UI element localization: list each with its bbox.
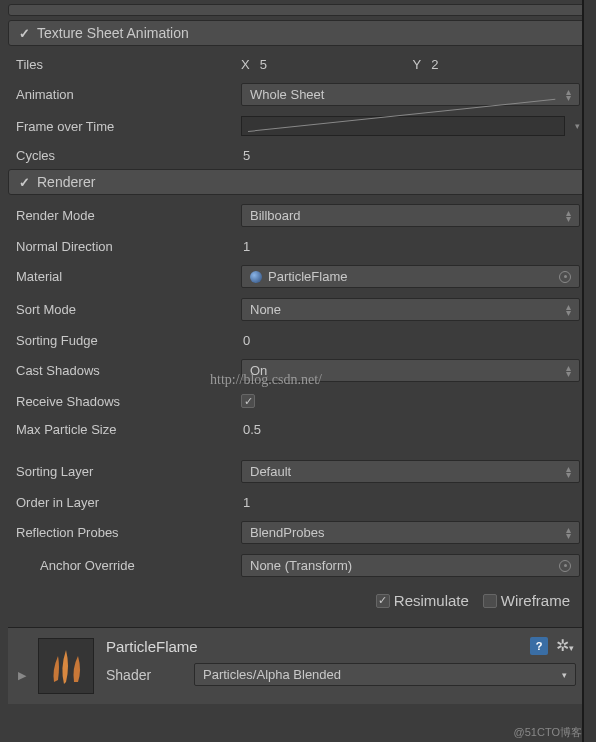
animation-dropdown[interactable]: Whole Sheet ▴▾: [241, 83, 580, 106]
max-particle-size-row: Max Particle Size 0.5: [8, 415, 588, 443]
updown-icon: ▴▾: [566, 466, 571, 478]
y-label: Y: [413, 57, 422, 72]
max-particle-input[interactable]: 0.5: [241, 422, 261, 437]
sorting-layer-row: Sorting Layer Default ▴▾: [8, 455, 588, 488]
object-picker-icon[interactable]: [559, 560, 571, 572]
anchor-override-field[interactable]: None (Transform): [241, 554, 580, 577]
wireframe-label: Wireframe: [501, 592, 570, 609]
dropdown-caret-icon[interactable]: ▾: [575, 121, 580, 131]
sorting-layer-label: Sorting Layer: [16, 464, 241, 479]
cast-shadows-label: Cast Shadows: [16, 363, 241, 378]
material-field[interactable]: ParticleFlame: [241, 265, 580, 288]
shader-label: Shader: [106, 667, 186, 683]
expand-triangle-icon[interactable]: ▶: [18, 669, 26, 682]
texture-sheet-animation-header[interactable]: ✓ Texture Sheet Animation: [8, 20, 588, 46]
updown-icon: ▴▾: [566, 365, 571, 377]
receive-shadows-checkbox[interactable]: ✓: [241, 394, 255, 408]
scrollbar-gutter[interactable]: [582, 0, 596, 742]
cast-shadows-row: Cast Shadows On ▴▾: [8, 354, 588, 387]
renderer-checkbox[interactable]: ✓: [17, 175, 31, 189]
tiles-row: Tiles X 5 Y 2: [8, 50, 588, 78]
frame-label: Frame over Time: [16, 119, 241, 134]
material-preview-icon: [38, 638, 94, 694]
normal-direction-input[interactable]: 1: [241, 239, 250, 254]
reflection-probes-dropdown[interactable]: BlendProbes ▴▾: [241, 521, 580, 544]
max-particle-label: Max Particle Size: [16, 422, 241, 437]
render-mode-label: Render Mode: [16, 208, 241, 223]
normal-direction-label: Normal Direction: [16, 239, 241, 254]
reflection-probes-row: Reflection Probes BlendProbes ▴▾: [8, 516, 588, 549]
normal-direction-row: Normal Direction 1: [8, 232, 588, 260]
updown-icon: ▴▾: [566, 304, 571, 316]
reflection-probes-label: Reflection Probes: [16, 525, 241, 540]
sorting-fudge-row: Sorting Fudge 0: [8, 326, 588, 354]
resimulate-checkbox[interactable]: ✓: [376, 594, 390, 608]
frame-over-time-row: Frame over Time ▾: [8, 111, 588, 141]
render-mode-row: Render Mode Billboard ▴▾: [8, 199, 588, 232]
texture-sheet-checkbox[interactable]: ✓: [17, 26, 31, 40]
updown-icon: ▴▾: [566, 210, 571, 222]
cycles-input[interactable]: 5: [241, 148, 250, 163]
corner-watermark: @51CTO博客: [514, 725, 582, 740]
sorting-fudge-input[interactable]: 0: [241, 333, 250, 348]
receive-shadows-row: Receive Shadows ✓: [8, 387, 588, 415]
collapsed-section-header[interactable]: [8, 4, 588, 16]
shader-dropdown[interactable]: Particles/Alpha Blended ▾: [194, 663, 576, 686]
animation-label: Animation: [16, 87, 241, 102]
material-label: Material: [16, 269, 241, 284]
sorting-layer-dropdown[interactable]: Default ▴▾: [241, 460, 580, 483]
wireframe-checkbox[interactable]: [483, 594, 497, 608]
order-in-layer-row: Order in Layer 1: [8, 488, 588, 516]
receive-shadows-label: Receive Shadows: [16, 394, 241, 409]
resimulate-label: Resimulate: [394, 592, 469, 609]
sort-mode-dropdown[interactable]: None ▴▾: [241, 298, 580, 321]
tiles-x-input[interactable]: 5: [260, 57, 409, 72]
renderer-header[interactable]: ✓ Renderer: [8, 169, 588, 195]
x-label: X: [241, 57, 250, 72]
updown-icon: ▴▾: [566, 527, 571, 539]
sort-mode-row: Sort Mode None ▴▾: [8, 293, 588, 326]
order-in-layer-label: Order in Layer: [16, 495, 241, 510]
material-icon: [250, 271, 262, 283]
cycles-label: Cycles: [16, 148, 241, 163]
anchor-override-label: Anchor Override: [16, 558, 241, 573]
sort-mode-label: Sort Mode: [16, 302, 241, 317]
material-name: ParticleFlame: [106, 638, 576, 655]
object-picker-icon[interactable]: [559, 271, 571, 283]
animation-row: Animation Whole Sheet ▴▾: [8, 78, 588, 111]
cast-shadows-dropdown[interactable]: On ▴▾: [241, 359, 580, 382]
sorting-fudge-label: Sorting Fudge: [16, 333, 241, 348]
section-title: Renderer: [37, 174, 95, 190]
dropdown-caret-icon: ▾: [562, 670, 567, 680]
material-inspector: ▶ ParticleFlame Shader Particles/Alpha B…: [8, 627, 588, 704]
material-row: Material ParticleFlame: [8, 260, 588, 293]
help-icon[interactable]: ?: [530, 637, 548, 655]
render-mode-dropdown[interactable]: Billboard ▴▾: [241, 204, 580, 227]
section-title: Texture Sheet Animation: [37, 25, 189, 41]
cycles-row: Cycles 5: [8, 141, 588, 169]
frame-curve-field[interactable]: [241, 116, 565, 136]
tiles-label: Tiles: [16, 57, 241, 72]
anchor-override-row: Anchor Override None (Transform): [8, 549, 588, 582]
tiles-y-input[interactable]: 2: [431, 57, 580, 72]
updown-icon: ▴▾: [566, 89, 571, 101]
simulation-options: ✓ Resimulate Wireframe: [8, 582, 588, 619]
order-in-layer-input[interactable]: 1: [241, 495, 250, 510]
gear-icon[interactable]: ✲▾: [556, 636, 574, 655]
